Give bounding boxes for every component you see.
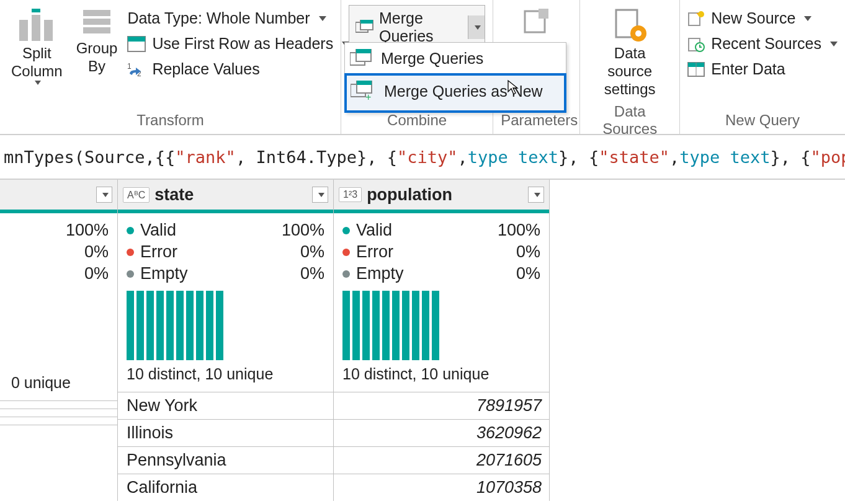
chevron-down-icon [534, 193, 540, 197]
column-filter-button[interactable] [312, 187, 328, 203]
group-by-icon [79, 7, 114, 37]
data-cell[interactable]: Pennsylvania [118, 446, 333, 474]
column-state: AᴮCstateValid100%Error0%Empty0%10 distin… [118, 180, 334, 501]
group-label-data-sources: Data Sources [588, 100, 672, 139]
svg-rect-2 [44, 20, 53, 41]
chevron-down-icon [35, 81, 41, 85]
column-header[interactable]: AᴮCstate [118, 180, 333, 213]
column-distinct-summary: 10 distinct, 10 unique [342, 363, 540, 388]
svg-rect-8 [128, 37, 145, 42]
merge-queries-new-icon: + [351, 81, 375, 102]
column-distinct-summary: 10 distinct, 10 unique [127, 363, 324, 388]
menu-item-merge-queries-as-new[interactable]: + Merge Queries as New [344, 73, 566, 113]
merge-queries-icon [355, 20, 374, 35]
data-cell[interactable] [0, 417, 117, 425]
data-cell[interactable]: California [118, 474, 333, 501]
svg-rect-15 [539, 9, 548, 19]
svg-rect-1 [32, 15, 40, 41]
group-by-button[interactable]: Group By [73, 5, 122, 78]
merge-queries-dropdown-arrow[interactable] [468, 15, 485, 39]
svg-rect-29 [356, 49, 371, 53]
svg-rect-6 [83, 10, 110, 16]
svg-rect-3 [32, 9, 40, 12]
svg-rect-4 [83, 19, 110, 25]
recent-sources-button[interactable]: Recent Sources [687, 33, 838, 55]
merge-queries-dropdown-menu: Merge Queries + Merge Queries as New [344, 42, 566, 113]
enter-data-button[interactable]: Enter Data [687, 58, 838, 80]
column-filter-button[interactable] [96, 187, 112, 203]
data-grid: 100%0%0%0 uniqueAᴮCstateValid100%Error0%… [0, 180, 845, 501]
column-type-icon[interactable]: 1²3 [339, 187, 362, 202]
column-quality-profile: 100%0%0%0 unique [0, 213, 117, 400]
column-distribution-chart [127, 285, 324, 363]
column-quality-profile: Valid100%Error0%Empty0%10 distinct, 10 u… [334, 213, 549, 392]
replace-values-button[interactable]: 12 Replace Values [127, 58, 349, 80]
new-source-button[interactable]: New Source [687, 7, 838, 29]
column-header[interactable] [0, 180, 117, 213]
data-cell[interactable]: Illinois [118, 419, 333, 446]
data-source-settings-icon [611, 7, 648, 42]
column-quality-profile: Valid100%Error0%Empty0%10 distinct, 10 u… [118, 213, 333, 392]
svg-text:1: 1 [127, 62, 132, 71]
chevron-down-icon [804, 16, 811, 21]
svg-rect-13 [360, 20, 373, 24]
split-column-button[interactable]: Split Column [7, 5, 66, 87]
column-filter-button[interactable] [528, 187, 544, 203]
data-cell[interactable] [0, 425, 117, 433]
svg-point-18 [635, 30, 642, 37]
chevron-down-icon [475, 25, 481, 30]
group-label-new-query: New Query [687, 109, 838, 130]
column-population: 1²3populationValid100%Error0%Empty0%10 d… [334, 180, 550, 501]
svg-text:+: + [365, 92, 371, 102]
svg-rect-32 [357, 81, 372, 85]
use-first-row-as-headers-button[interactable]: Use First Row as Headers [127, 33, 349, 55]
recent-sources-icon [687, 36, 705, 52]
table-header-icon [127, 36, 146, 52]
enter-data-icon [687, 62, 705, 77]
menu-item-merge-queries[interactable]: Merge Queries [345, 43, 566, 74]
data-type-button[interactable]: Data Type: Whole Number [127, 7, 349, 29]
merge-queries-icon [350, 49, 372, 68]
chevron-down-icon [102, 193, 109, 197]
data-cell[interactable]: 7891957 [334, 392, 549, 419]
column-name: population [362, 185, 528, 205]
data-cell[interactable] [0, 409, 117, 417]
column-distribution-chart [342, 285, 540, 363]
column-partial: 100%0%0%0 unique [0, 180, 118, 501]
group-transform: Split Column Group By Data Type: Whole N… [0, 0, 341, 134]
replace-values-icon: 12 [127, 61, 146, 77]
svg-rect-5 [83, 27, 110, 33]
data-source-settings-button[interactable]: Data source settings [588, 5, 672, 100]
data-cell[interactable] [0, 400, 117, 409]
group-data-sources: Data source settings Data Sources [580, 0, 680, 134]
group-new-query: New Source Recent Sources Enter Data New… [680, 0, 845, 134]
column-name: state [150, 185, 312, 205]
new-source-icon [687, 11, 705, 27]
column-distinct-summary: 0 unique [9, 371, 109, 397]
data-cell[interactable]: New York [118, 392, 333, 419]
parameters-icon [522, 7, 551, 36]
split-column-icon [17, 7, 56, 42]
data-cell[interactable]: 1070358 [334, 474, 549, 501]
chevron-down-icon [830, 42, 838, 46]
column-header[interactable]: 1²3population [334, 180, 549, 213]
formula-bar[interactable]: mnTypes(Source,{{"rank", Int64.Type}, {"… [0, 135, 845, 180]
svg-rect-0 [19, 20, 28, 41]
ribbon: Split Column Group By Data Type: Whole N… [0, 0, 845, 135]
data-cell[interactable]: 3620962 [334, 419, 549, 446]
chevron-down-icon [319, 16, 326, 21]
chevron-down-icon [318, 193, 324, 197]
data-cell[interactable]: 2071605 [334, 446, 549, 474]
column-type-icon[interactable]: AᴮC [123, 187, 150, 203]
svg-point-21 [698, 11, 704, 17]
group-label-transform: Transform [7, 109, 333, 130]
